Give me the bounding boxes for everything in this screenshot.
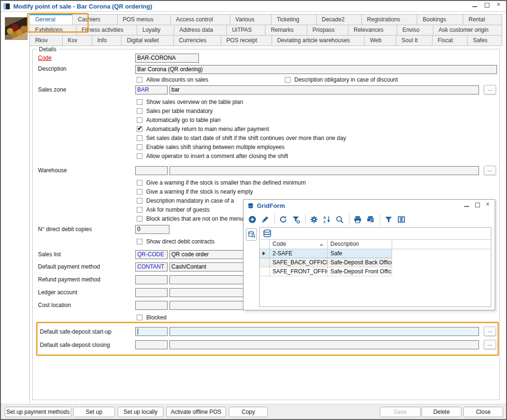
checkbox-allow-operator-comment[interactable]: Allow operator to insert a comment after… xyxy=(137,153,288,159)
clear-filter-icon[interactable] xyxy=(291,215,300,224)
minimize-icon[interactable] xyxy=(472,2,478,8)
checkbox-enable-shift-sharing[interactable]: Enable sales shift sharing between multi… xyxy=(137,144,285,150)
checkbox-warn-stock-empty[interactable]: Give a warning if the stock is nearly em… xyxy=(137,188,253,195)
tab-rksv[interactable]: Rksv xyxy=(29,35,63,46)
tab-rental[interactable]: Rental xyxy=(463,14,502,25)
tab-access-control[interactable]: Access control xyxy=(170,14,230,25)
save-button[interactable]: Save xyxy=(380,407,421,417)
cell-code[interactable]: SAFE_FRONT_OFFICE xyxy=(270,267,328,276)
tab-various[interactable]: Various xyxy=(230,14,272,25)
close-icon[interactable]: × xyxy=(497,2,502,8)
refresh-icon[interactable] xyxy=(279,215,287,224)
delete-button[interactable]: Delete xyxy=(422,407,461,417)
checkbox-box[interactable] xyxy=(137,180,142,186)
grid-header-description[interactable]: Description xyxy=(328,240,392,249)
edit-icon[interactable] xyxy=(261,215,269,224)
maximize-icon[interactable] xyxy=(484,2,490,8)
checkbox-box[interactable] xyxy=(285,77,291,83)
grid-row-selected[interactable]: 2-SAFE Safe xyxy=(260,249,491,258)
tab-pos-receipt[interactable]: POS receipt xyxy=(221,35,272,46)
checkbox-show-direct-debit-contracts[interactable]: Show direct debit contracts xyxy=(137,238,215,245)
sales-zone-name-field[interactable]: bar xyxy=(169,85,479,94)
code-field[interactable]: BAR-CORONA xyxy=(135,54,199,63)
activate-offline-pos-button[interactable]: Activate offline POS xyxy=(166,407,226,417)
checkbox-sales-per-table-mandatory[interactable]: Sales per table mandatory xyxy=(137,108,213,114)
checkbox-auto-go-table-plan[interactable]: Automatically go to table plan xyxy=(137,117,221,123)
checkbox-box[interactable] xyxy=(137,135,142,141)
tab-general[interactable]: General xyxy=(29,14,73,25)
refund-payment-method-code-field[interactable] xyxy=(135,275,168,284)
safe-close-browse-button[interactable]: ... xyxy=(484,340,496,349)
checkbox-box-checked[interactable] xyxy=(137,126,142,132)
description-field[interactable]: Bar Corona (QR ordering) xyxy=(135,65,497,74)
warehouse-name-field[interactable] xyxy=(169,166,479,175)
safe-start-browse-button[interactable]: ... xyxy=(484,327,496,336)
checkbox-box[interactable] xyxy=(137,207,142,213)
tab-ksv[interactable]: Ksv xyxy=(62,35,92,46)
checkbox-box[interactable] xyxy=(137,153,142,159)
tab-soul-it[interactable]: Soul It xyxy=(396,35,432,46)
grid-source-row[interactable] xyxy=(260,228,491,239)
cell-description[interactable]: Safe-Deposit Back Office xyxy=(328,258,392,267)
add-icon[interactable] xyxy=(248,215,256,224)
cell-code[interactable]: 2-SAFE xyxy=(270,249,328,258)
checkbox-warn-stock-minimum[interactable]: Give a warning if the stock is smaller t… xyxy=(137,179,306,186)
tab-web[interactable]: Web xyxy=(364,35,396,46)
checkbox-description-obligatory[interactable]: Description obligatory in case of discou… xyxy=(285,76,398,83)
safe-start-code-field[interactable] xyxy=(135,327,168,336)
checkbox-box[interactable] xyxy=(137,117,142,123)
cell-description[interactable]: Safe-Deposit Front Office xyxy=(328,267,392,276)
tab-info[interactable]: Info xyxy=(92,35,122,46)
checkbox-box[interactable] xyxy=(137,77,142,83)
copy-button[interactable]: Copy xyxy=(229,407,268,417)
checkbox-box[interactable] xyxy=(137,189,142,195)
tab-currencies[interactable]: Currencies xyxy=(173,35,221,46)
code-label[interactable]: Code xyxy=(38,55,52,61)
tab-digital-wallet[interactable]: Digital wallet xyxy=(121,35,174,46)
checkbox-box[interactable] xyxy=(137,239,142,244)
checkbox-blocked[interactable]: Blocked xyxy=(137,314,167,321)
tab-decade2[interactable]: Decade2 xyxy=(316,14,362,25)
database-search-button[interactable] xyxy=(246,228,257,241)
tab-address-data[interactable]: Address data xyxy=(174,25,227,36)
sales-zone-code-field[interactable]: BAR xyxy=(135,85,168,94)
checkbox-box[interactable] xyxy=(137,144,142,150)
grid-header-code[interactable]: Code xyxy=(270,240,328,249)
setup-payment-methods-button[interactable]: Set up payment methods xyxy=(5,407,71,417)
columns-icon[interactable] xyxy=(397,215,405,224)
tab-relevances[interactable]: Relevances xyxy=(348,25,397,36)
tab-fiscat[interactable]: Fiscat xyxy=(432,35,468,46)
sales-list-code-field[interactable]: QR-CODE xyxy=(135,250,168,259)
checkbox-box[interactable] xyxy=(137,108,142,114)
checkbox-box[interactable] xyxy=(137,198,142,204)
warehouse-code-field[interactable] xyxy=(135,166,168,175)
tab-ask-customer-origin[interactable]: Ask customer origin xyxy=(433,25,502,36)
gridform-close-icon[interactable]: × xyxy=(486,202,491,208)
cell-description[interactable]: Safe xyxy=(328,249,392,258)
checkbox-set-sales-date[interactable]: Set sales date to start date of shift if… xyxy=(137,135,346,141)
sort-az-icon[interactable]: AZ xyxy=(322,215,331,224)
safe-close-code-field[interactable] xyxy=(135,340,168,349)
tab-registrations[interactable]: Registrations xyxy=(361,14,417,25)
gridform-minimize-icon[interactable] xyxy=(464,202,469,208)
checkbox-block-articles[interactable]: Block articles that are not on the menu xyxy=(137,215,244,222)
setup-button[interactable]: Set up xyxy=(73,407,115,417)
tab-pos-menus[interactable]: POS menus xyxy=(117,14,171,25)
settings-icon[interactable] xyxy=(310,215,318,224)
tab-priopass[interactable]: Priopass xyxy=(307,25,348,36)
tab-loyalty[interactable]: Loyalty xyxy=(137,25,174,36)
tab-exhibitions[interactable]: Exhibitions xyxy=(29,25,76,36)
grid-row[interactable]: SAFE_FRONT_OFFICE Safe-Deposit Front Off… xyxy=(260,267,491,276)
export-csv-icon[interactable]: csv xyxy=(366,215,375,224)
cost-location-code-field[interactable] xyxy=(135,301,168,310)
cell-code[interactable]: SAFE_BACK_OFFICE xyxy=(270,258,328,267)
search-icon[interactable] xyxy=(335,215,344,224)
tab-fitness-activities[interactable]: Fitness activities xyxy=(76,25,137,36)
checkbox-box[interactable] xyxy=(137,99,142,105)
tab-deviating-article-warehouses[interactable]: Deviating article warehouses xyxy=(272,35,365,46)
tab-cashiers[interactable]: Cashiers xyxy=(72,14,118,25)
grid-row[interactable]: SAFE_BACK_OFFICE Safe-Deposit Back Offic… xyxy=(260,258,491,267)
filter-icon[interactable] xyxy=(384,215,393,224)
safe-close-name-field[interactable] xyxy=(169,340,479,349)
warehouse-browse-button[interactable]: ... xyxy=(484,166,496,175)
